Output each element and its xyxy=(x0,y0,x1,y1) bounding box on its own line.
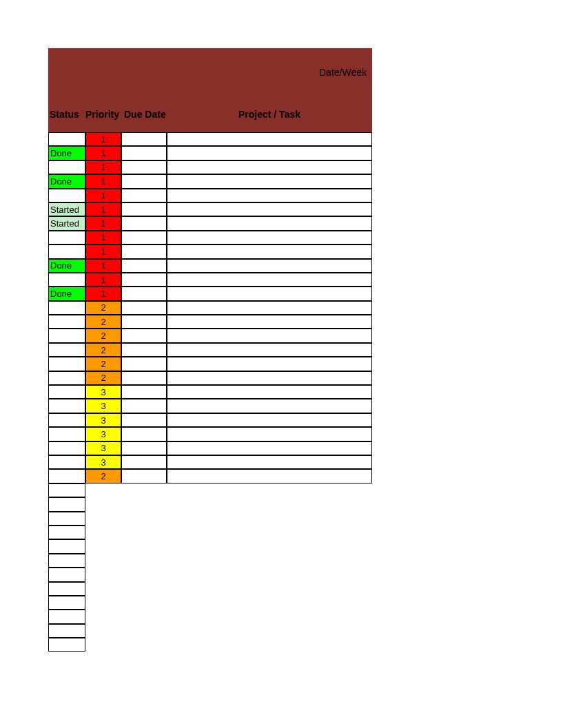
project-task-cell[interactable] xyxy=(167,301,372,315)
task-row[interactable]: Done1 xyxy=(48,146,372,160)
task-row[interactable]: 3 xyxy=(48,399,372,413)
project-task-cell[interactable] xyxy=(167,385,372,399)
project-task-cell[interactable] xyxy=(167,343,372,357)
project-task-cell[interactable] xyxy=(167,245,372,258)
priority-cell[interactable]: 2 xyxy=(85,329,121,342)
due-date-cell[interactable] xyxy=(121,287,167,300)
status-cell[interactable] xyxy=(48,231,85,245)
task-row[interactable]: Done1 xyxy=(48,259,372,273)
project-task-cell[interactable] xyxy=(167,427,372,441)
due-date-cell[interactable] xyxy=(121,455,167,469)
task-row[interactable]: Started1 xyxy=(48,216,372,230)
due-date-cell[interactable] xyxy=(121,259,167,273)
project-task-cell[interactable] xyxy=(167,189,372,202)
empty-status-cell[interactable] xyxy=(48,539,85,553)
status-cell[interactable]: Done xyxy=(48,174,85,188)
task-row[interactable]: 3 xyxy=(48,455,372,469)
status-cell[interactable] xyxy=(48,385,85,399)
priority-cell[interactable]: 1 xyxy=(85,189,121,202)
status-cell[interactable] xyxy=(48,189,85,202)
due-date-cell[interactable] xyxy=(121,132,167,146)
due-date-cell[interactable] xyxy=(121,371,167,385)
priority-cell[interactable]: 3 xyxy=(85,385,121,399)
task-row[interactable]: 2 xyxy=(48,357,372,371)
project-task-cell[interactable] xyxy=(167,357,372,371)
status-cell[interactable] xyxy=(48,455,85,469)
priority-cell[interactable]: 3 xyxy=(85,441,121,455)
empty-status-cell[interactable] xyxy=(48,512,85,526)
priority-cell[interactable]: 1 xyxy=(85,273,121,287)
project-task-cell[interactable] xyxy=(167,231,372,245)
empty-status-cell[interactable] xyxy=(48,497,85,511)
status-cell[interactable] xyxy=(48,160,85,174)
task-row[interactable]: 1 xyxy=(48,245,372,258)
task-row[interactable]: Started1 xyxy=(48,202,372,216)
task-row[interactable]: 2 xyxy=(48,329,372,342)
priority-cell[interactable]: 3 xyxy=(85,427,121,441)
priority-cell[interactable]: 3 xyxy=(85,399,121,413)
priority-cell[interactable]: 3 xyxy=(85,413,121,427)
priority-cell[interactable]: 1 xyxy=(85,245,121,258)
empty-status-cell[interactable] xyxy=(48,582,85,596)
due-date-cell[interactable] xyxy=(121,245,167,258)
status-cell[interactable]: Done xyxy=(48,146,85,160)
task-row[interactable]: 3 xyxy=(48,441,372,455)
due-date-cell[interactable] xyxy=(121,202,167,216)
empty-status-cell[interactable] xyxy=(48,526,85,539)
priority-cell[interactable]: 1 xyxy=(85,202,121,216)
priority-cell[interactable]: 1 xyxy=(85,174,121,188)
task-row[interactable]: 2 xyxy=(48,301,372,315)
task-row[interactable]: Done1 xyxy=(48,174,372,188)
status-cell[interactable] xyxy=(48,301,85,315)
project-task-cell[interactable] xyxy=(167,329,372,342)
task-row[interactable]: 2 xyxy=(48,371,372,385)
priority-cell[interactable]: 3 xyxy=(85,455,121,469)
due-date-cell[interactable] xyxy=(121,329,167,342)
due-date-cell[interactable] xyxy=(121,427,167,441)
status-cell[interactable] xyxy=(48,315,85,329)
empty-status-cell[interactable] xyxy=(48,568,85,581)
status-cell[interactable] xyxy=(48,343,85,357)
due-date-cell[interactable] xyxy=(121,216,167,230)
priority-cell[interactable]: 2 xyxy=(85,357,121,371)
task-row[interactable]: 2 xyxy=(48,343,372,357)
priority-cell[interactable]: 1 xyxy=(85,132,121,146)
empty-status-cell[interactable] xyxy=(48,638,85,652)
due-date-cell[interactable] xyxy=(121,399,167,413)
due-date-cell[interactable] xyxy=(121,441,167,455)
due-date-cell[interactable] xyxy=(121,469,167,483)
project-task-cell[interactable] xyxy=(167,132,372,146)
empty-status-cell[interactable] xyxy=(48,610,85,623)
priority-cell[interactable]: 1 xyxy=(85,231,121,245)
project-task-cell[interactable] xyxy=(167,441,372,455)
task-row[interactable]: 3 xyxy=(48,413,372,427)
status-cell[interactable] xyxy=(48,469,85,483)
task-row[interactable]: 3 xyxy=(48,385,372,399)
due-date-cell[interactable] xyxy=(121,146,167,160)
status-cell[interactable] xyxy=(48,399,85,413)
task-row[interactable]: Done1 xyxy=(48,287,372,300)
priority-cell[interactable]: 1 xyxy=(85,216,121,230)
status-cell[interactable]: Started xyxy=(48,216,85,230)
task-row[interactable]: 3 xyxy=(48,427,372,441)
empty-status-cell[interactable] xyxy=(48,554,85,568)
due-date-cell[interactable] xyxy=(121,413,167,427)
task-row[interactable]: 2 xyxy=(48,315,372,329)
empty-status-cell[interactable] xyxy=(48,624,85,638)
due-date-cell[interactable] xyxy=(121,357,167,371)
due-date-cell[interactable] xyxy=(121,301,167,315)
project-task-cell[interactable] xyxy=(167,371,372,385)
task-row[interactable]: 1 xyxy=(48,132,372,146)
task-row[interactable]: 1 xyxy=(48,189,372,202)
priority-cell[interactable]: 1 xyxy=(85,259,121,273)
status-cell[interactable] xyxy=(48,371,85,385)
status-cell[interactable]: Done xyxy=(48,259,85,273)
due-date-cell[interactable] xyxy=(121,189,167,202)
project-task-cell[interactable] xyxy=(167,216,372,230)
status-cell[interactable] xyxy=(48,245,85,258)
status-cell[interactable] xyxy=(48,413,85,427)
status-cell[interactable] xyxy=(48,329,85,342)
due-date-cell[interactable] xyxy=(121,174,167,188)
project-task-cell[interactable] xyxy=(167,399,372,413)
priority-cell[interactable]: 1 xyxy=(85,146,121,160)
